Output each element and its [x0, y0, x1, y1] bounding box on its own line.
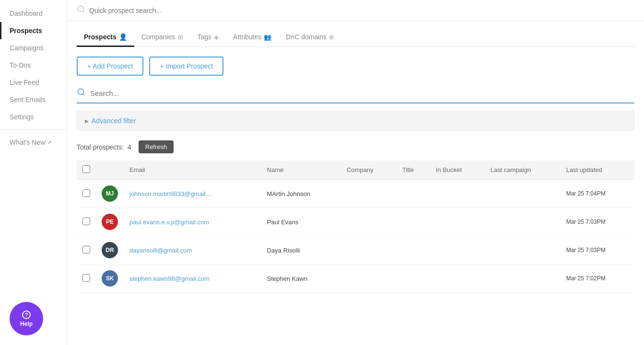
header-company: Company	[341, 161, 397, 180]
row-in-bucket	[430, 208, 485, 236]
tab-tags[interactable]: Tags ◈	[190, 28, 226, 47]
header-last-updated: Last updated	[561, 161, 634, 180]
sidebar-divider	[0, 129, 67, 130]
companies-tab-label: Companies	[141, 33, 176, 41]
search-icon	[77, 5, 85, 16]
row-in-bucket	[430, 264, 485, 293]
total-label: Total prospects: 4	[77, 143, 131, 151]
row-last-updated: Mar 25 7:03PM	[561, 208, 634, 236]
row-email: stephen.kawn98@gmail.com	[124, 264, 261, 293]
refresh-button[interactable]: Refresh	[139, 140, 174, 153]
sidebar: Dashboard Prospects Campaigns To-Dos Liv…	[0, 0, 67, 345]
add-prospect-button[interactable]: + Add Prospect	[77, 57, 143, 76]
avatar: PE	[102, 214, 118, 230]
external-link-icon: ↗	[47, 139, 51, 146]
tags-tab-icon: ◈	[214, 34, 219, 41]
row-last-updated: Mar 25 7:02PM	[561, 264, 634, 293]
chevron-right-icon: ▶	[85, 118, 89, 124]
row-last-campaign	[485, 180, 561, 208]
row-last-campaign	[485, 236, 561, 264]
import-prospect-button[interactable]: + Import Prospect	[149, 57, 223, 76]
sidebar-item-todos[interactable]: To-Dos	[0, 57, 67, 74]
sidebar-item-settings[interactable]: Settings	[0, 108, 67, 126]
row-checkbox-cell	[77, 208, 96, 236]
header-select-all	[77, 161, 96, 180]
header-name: Name	[261, 161, 341, 180]
avatar: MJ	[102, 185, 118, 202]
row-company	[341, 180, 397, 208]
row-checkbox-cell	[77, 180, 96, 208]
select-all-checkbox[interactable]	[82, 165, 90, 173]
row-company	[341, 236, 397, 264]
content-area: Prospects 👤 Companies ⊞ Tags ◈ Attribute…	[67, 21, 644, 345]
row-name: Daya Risolli	[261, 236, 341, 264]
prospect-search-bar	[77, 88, 634, 104]
svg-line-3	[82, 93, 84, 95]
row-checkbox-2[interactable]	[82, 246, 90, 253]
quick-search-input[interactable]	[89, 7, 634, 14]
sidebar-item-whats-new[interactable]: What's New ↗	[0, 134, 67, 151]
avatar: SK	[102, 270, 118, 287]
table-row: SK stephen.kawn98@gmail.com Stephen Kawn…	[77, 264, 634, 293]
row-last-updated: Mar 25 7:04PM	[561, 180, 634, 208]
action-buttons: + Add Prospect + Import Prospect	[77, 57, 634, 76]
avatar: DR	[102, 242, 118, 258]
row-avatar-cell: MJ	[96, 180, 124, 208]
row-avatar-cell: PE	[96, 208, 124, 236]
attributes-tab-label: Attributes	[233, 33, 261, 41]
row-last-campaign	[485, 208, 561, 236]
row-avatar-cell: DR	[96, 236, 124, 264]
sidebar-item-sent-emails[interactable]: Sent Emails	[0, 91, 67, 108]
row-company	[341, 208, 397, 236]
svg-point-0	[78, 6, 83, 12]
row-name: Paul Evans	[261, 208, 341, 236]
table-row: DR dayarisolli@gmail.com Daya Risolli Ma…	[77, 236, 634, 264]
row-checkbox-0[interactable]	[82, 189, 90, 197]
row-last-updated: Mar 25 7:03PM	[561, 236, 634, 264]
row-title	[397, 236, 430, 264]
row-checkbox-3[interactable]	[82, 274, 90, 282]
sidebar-item-prospects[interactable]: Prospects	[0, 22, 67, 39]
top-search-bar	[67, 0, 644, 21]
tabs-bar: Prospects 👤 Companies ⊞ Tags ◈ Attribute…	[77, 21, 634, 47]
prospects-tab-label: Prospects	[84, 33, 117, 41]
prospects-table: Email Name Company Title In Bucket Last …	[77, 161, 634, 293]
header-last-campaign: Last campaign	[485, 161, 561, 180]
header-avatar	[96, 161, 124, 180]
tags-tab-label: Tags	[198, 33, 212, 41]
tab-prospects[interactable]: Prospects 👤	[77, 28, 134, 47]
row-title	[397, 180, 430, 208]
row-checkbox-cell	[77, 264, 96, 293]
sidebar-item-campaigns[interactable]: Campaigns	[0, 39, 67, 57]
help-icon: ?	[22, 310, 31, 319]
tab-attributes[interactable]: Attributes 👥	[226, 28, 279, 47]
header-email: Email	[124, 161, 261, 180]
row-last-campaign	[485, 264, 561, 293]
header-in-bucket: In Bucket	[430, 161, 485, 180]
row-title	[397, 264, 430, 293]
dnc-tab-label: DnC domains	[286, 33, 327, 41]
table-row: PE paul.evans.e.v.p@gmail.com Paul Evans…	[77, 208, 634, 236]
svg-point-2	[78, 89, 83, 94]
tab-dnc[interactable]: DnC domains ⊗	[279, 28, 341, 47]
table-row: MJ johnson.martin9833@gmail.... MArtin J…	[77, 180, 634, 208]
tab-companies[interactable]: Companies ⊞	[134, 28, 190, 47]
row-title	[397, 208, 430, 236]
row-avatar-cell: SK	[96, 264, 124, 293]
row-email: johnson.martin9833@gmail....	[124, 180, 261, 208]
advanced-filter[interactable]: ▶ Advanced filter	[77, 111, 634, 131]
row-checkbox-1[interactable]	[82, 218, 90, 225]
companies-tab-icon: ⊞	[178, 34, 183, 41]
svg-line-1	[82, 11, 84, 12]
help-button[interactable]: ? Help	[10, 302, 43, 335]
sidebar-item-dashboard[interactable]: Dashboard	[0, 5, 67, 22]
row-checkbox-cell	[77, 236, 96, 264]
prospects-tab-icon: 👤	[119, 33, 127, 41]
sidebar-item-live-feed[interactable]: Live Feed	[0, 74, 67, 91]
main-content: Prospects 👤 Companies ⊞ Tags ◈ Attribute…	[67, 0, 644, 345]
row-in-bucket	[430, 180, 485, 208]
row-email: paul.evans.e.v.p@gmail.com	[124, 208, 261, 236]
advanced-filter-label: Advanced filter	[92, 117, 136, 125]
row-name: Stephen Kawn	[261, 264, 341, 293]
search-input[interactable]	[90, 89, 634, 97]
